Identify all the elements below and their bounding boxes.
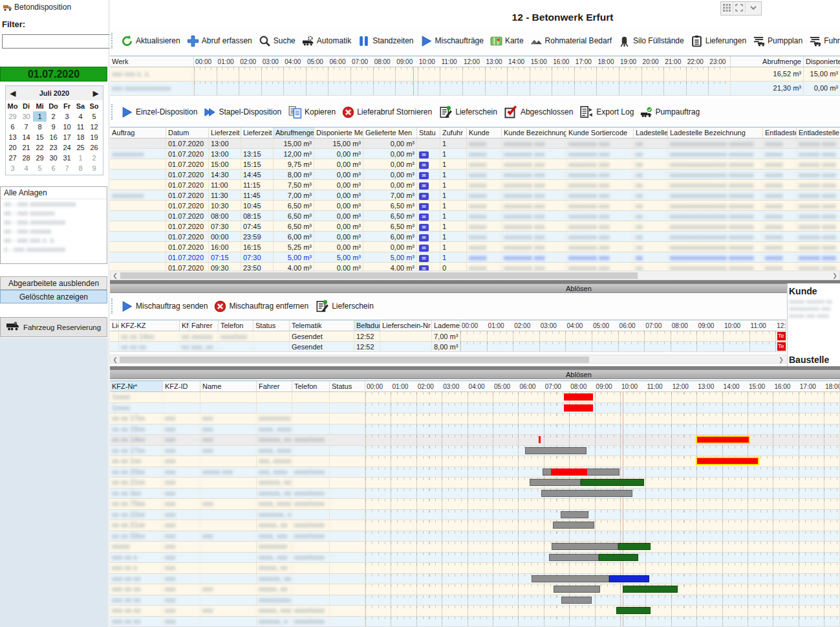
fleet-row[interactable]: 1xxxx — [110, 403, 840, 414]
column-header-kfz-kz[interactable]: KFZ-KZ — [119, 320, 180, 331]
timeline-cell[interactable] — [365, 489, 840, 499]
timeline-cell[interactable]: Te — [460, 342, 786, 351]
order-row[interactable]: 01.07.202007:1507:305,00 m³5,00 m³5,00 m… — [110, 252, 840, 263]
column-header-lie[interactable]: Lie — [110, 320, 119, 331]
toolbar-main-item-pumpplan[interactable]: Pumpplan — [749, 34, 806, 49]
gantt-bar-gray[interactable] — [553, 522, 594, 529]
chevron-down-icon[interactable] — [746, 2, 761, 14]
column-header-status[interactable]: Status — [253, 320, 290, 331]
plant-item[interactable]: xx - xxx xxxxxxx — [1, 208, 107, 217]
toolbar-main-item-silo-f-llst-nde[interactable]: Silo Füllstände — [615, 34, 687, 49]
calendar-day[interactable]: 9 — [47, 122, 60, 132]
column-header-abrufmenge[interactable]: Abrufmenge — [274, 127, 314, 138]
order-row[interactable]: 01.07.202014:3014:458,00 m³0,00 m³0,00 m… — [110, 170, 840, 180]
order-row[interactable]: 01.07.202010:3010:456,50 m³0,00 m³6,50 m… — [110, 201, 840, 211]
hide-done-button[interactable]: Abgearbeitete ausblenden — [0, 276, 107, 290]
fleet-row[interactable]: xxx xx xxxxxxxxxxxxx, xxxxxxx/xxxx — [110, 606, 840, 617]
calendar-day[interactable]: 4 — [74, 111, 87, 122]
toolbar-main-item-mischauftr-ge[interactable]: Mischaufträge — [417, 34, 487, 49]
toolbar-dispo-item-lieferabruf-stornieren[interactable]: Lieferabruf Stornieren — [339, 105, 435, 120]
fleet-row[interactable]: 1xxxx — [110, 392, 840, 403]
calendar-day[interactable]: 18 — [74, 132, 87, 142]
calendar-day[interactable]: 29 — [33, 153, 47, 163]
toolbar-main-item-abruf-erfassen[interactable]: Abruf erfassen — [184, 34, 255, 49]
fleet-row[interactable]: xx xx 21xxxxxxxxxxx, xx — [110, 478, 840, 489]
column-header-telefon[interactable]: Telefon — [219, 320, 253, 331]
toolbar-dispo-item-abgeschlossen[interactable]: Abgeschlossen — [501, 104, 576, 120]
gantt-bar-gray[interactable] — [552, 543, 618, 550]
gantt-bar-gray[interactable] — [530, 479, 581, 486]
column-header-ladestelle-bezeichnung[interactable]: Ladestelle Bezeichnung — [668, 127, 763, 138]
calendar-day[interactable]: 3 — [6, 163, 19, 173]
show-deleted-button[interactable]: Gelöschte anzeigen — [0, 290, 107, 303]
calendar-day[interactable]: 16 — [47, 132, 60, 142]
scroll-right-icon[interactable]: ❯ — [777, 356, 785, 364]
toolbar-dispo-item-stapel-disposition[interactable]: Stapel-Disposition — [200, 105, 285, 120]
toolbar-dispo-item-pumpauftrag[interactable]: Pumpauftrag — [637, 105, 703, 120]
column-header-werk[interactable]: Werk — [110, 56, 194, 67]
timeline-cell[interactable] — [365, 584, 840, 595]
gantt-bar-yellow[interactable] — [696, 435, 750, 444]
column-header-entladeste[interactable]: Entladeste — [763, 127, 797, 138]
gantt-bar-green[interactable] — [616, 607, 651, 614]
calendar-day[interactable]: 24 — [60, 142, 74, 153]
gantt-bar-blue[interactable] — [609, 575, 649, 582]
timeline-cell[interactable]: Te — [460, 331, 786, 341]
timeline-cell[interactable] — [365, 456, 840, 467]
column-header-entladestelle-b[interactable]: Entladestelle B — [797, 127, 840, 138]
calendar-day[interactable]: 27 — [6, 153, 19, 163]
toolbar-grip[interactable] — [111, 298, 114, 314]
calendar-day[interactable]: 12 — [87, 122, 101, 132]
column-header-beladur[interactable]: Beladur — [354, 320, 380, 331]
plant-item[interactable]: xx - xxx xxxxxx — [1, 226, 107, 236]
calendar-day[interactable]: 1 — [33, 111, 47, 122]
column-header-zufuhr[interactable]: Zufuhr — [440, 127, 467, 138]
gantt-bar-red[interactable] — [564, 393, 593, 401]
vehicles-hscrollbar[interactable]: ❮ ❯ — [110, 355, 786, 364]
gantt-bar-gray[interactable] — [532, 575, 609, 582]
gantt-bar-gray[interactable] — [561, 597, 592, 604]
calendar-day[interactable]: 5 — [33, 163, 47, 173]
calendar-day[interactable]: 25 — [74, 142, 87, 153]
order-row[interactable]: xxxxxxxxx01.07.202013:0013:1512,00 m³0,0… — [110, 149, 840, 159]
calendar-day[interactable]: 7 — [60, 163, 74, 173]
calendar-day[interactable]: 6 — [6, 122, 19, 132]
toolbar-main-item-aktualisieren[interactable]: Aktualisieren — [118, 34, 184, 49]
scrollbar-thumb[interactable] — [120, 272, 638, 279]
column-header-kunde[interactable]: Kunde — [467, 127, 502, 138]
order-row[interactable]: 01.07.202009:3023:504,00 m³0,00 m³4,00 m… — [110, 263, 840, 270]
gantt-bar-red[interactable] — [551, 468, 587, 476]
fleet-row[interactable]: xx xx 14xxxxxxxxxxxxxx, xxx xxxx/xxxxxxx… — [110, 435, 840, 446]
toolbar-dispo-item-lieferschein[interactable]: Lieferschein — [435, 104, 501, 120]
column-header-disponierte-men[interactable]: Disponierte Men — [314, 127, 363, 138]
calendar-day[interactable]: 22 — [33, 142, 47, 153]
toolbar-main-item-rohmaterial-bedarf[interactable]: Rohmaterial Bedarf — [527, 34, 615, 49]
timeline-cell[interactable] — [365, 617, 840, 627]
toolbar-main-item-automatik[interactable]: Automatik — [299, 34, 354, 49]
fleet-row[interactable]: xxx xx xxxxxxxxxxxxxx — [110, 595, 840, 606]
timeline-cell[interactable] — [194, 82, 731, 95]
scrollbar-thumb[interactable] — [120, 357, 589, 363]
fleet-row[interactable]: xxx xx xxxxxxxxxxx, xxxxx/xxxx — [110, 617, 840, 627]
calendar-day[interactable]: 10 — [60, 122, 74, 132]
column-header-datum[interactable]: Datum — [166, 127, 209, 138]
column-header-name[interactable]: Name — [200, 381, 257, 391]
order-row[interactable]: xxxxxxxxx01.07.202011:3011:457,00 m³0,00… — [110, 190, 840, 201]
telematik-status-cell[interactable]: Te — [777, 342, 786, 351]
fleet-row[interactable]: xx xx 70xxxxxxxxxxxx, xxxxxxxx/xxxx — [110, 499, 840, 510]
plant-item[interactable]: x - xxx xxxxxxxxxxx — [1, 245, 107, 254]
toolbar-main-item-fuhrplan[interactable]: Fuhrplan — [806, 34, 840, 49]
timeline-cell[interactable] — [365, 413, 840, 424]
timeline-cell[interactable] — [365, 542, 840, 552]
fleet-row[interactable]: xx xx 1xxxxxxxx, xxxxx — [110, 456, 840, 467]
scroll-right-icon[interactable]: ❯ — [831, 272, 839, 280]
column-header-telematik[interactable]: Telematik — [290, 320, 354, 331]
fleet-row[interactable]: xxxxxxxxxxxxxxxx — [110, 542, 840, 553]
column-header-statu[interactable]: Statu — [417, 127, 440, 138]
calendar-day[interactable]: 4 — [19, 163, 33, 173]
scroll-left-icon[interactable]: ❮ — [111, 272, 119, 280]
calendar-day[interactable]: 1 — [74, 153, 87, 163]
calendar-day[interactable]: 9 — [87, 163, 101, 173]
fleet-row[interactable]: xxx xx xxxxxxxxxxx, xx — [110, 574, 840, 585]
gantt-bar-red[interactable] — [539, 436, 541, 443]
